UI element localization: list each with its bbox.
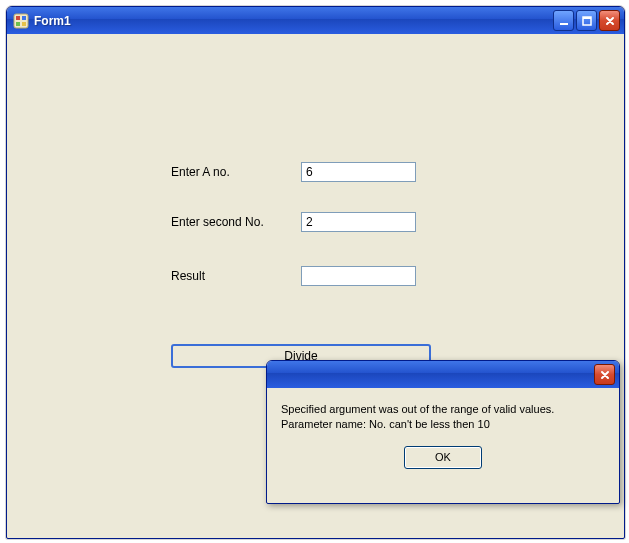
svg-rect-3 xyxy=(16,22,20,26)
form1-titlebar[interactable]: Form1 xyxy=(7,7,624,34)
messagebox-text-line2: Parameter name: No. can't be less then 1… xyxy=(281,417,605,432)
svg-rect-7 xyxy=(583,17,591,19)
ok-button[interactable]: OK xyxy=(404,446,482,469)
close-icon xyxy=(599,369,611,381)
row-b: Enter second No. xyxy=(171,212,416,232)
svg-rect-2 xyxy=(22,16,26,20)
maximize-icon xyxy=(581,15,593,27)
messagebox-text-line1: Specified argument was out of the range … xyxy=(281,403,554,415)
minimize-button[interactable] xyxy=(553,10,574,31)
input-b[interactable] xyxy=(301,212,416,232)
svg-rect-4 xyxy=(22,22,26,26)
form1-title: Form1 xyxy=(34,14,553,28)
minimize-icon xyxy=(558,15,570,27)
close-icon xyxy=(604,15,616,27)
svg-rect-1 xyxy=(16,16,20,20)
messagebox-titlebar[interactable] xyxy=(267,361,619,388)
error-messagebox: Specified argument was out of the range … xyxy=(266,360,620,504)
close-button[interactable] xyxy=(599,10,620,31)
row-result: Result xyxy=(171,266,416,286)
label-a: Enter A no. xyxy=(171,165,301,179)
input-a[interactable] xyxy=(301,162,416,182)
winforms-app-icon xyxy=(13,13,29,29)
label-result: Result xyxy=(171,269,301,283)
messagebox-body: Specified argument was out of the range … xyxy=(267,388,619,440)
label-b: Enter second No. xyxy=(171,215,301,229)
input-result[interactable] xyxy=(301,266,416,286)
window-buttons xyxy=(553,10,620,31)
messagebox-close-button[interactable] xyxy=(594,364,615,385)
row-a: Enter A no. xyxy=(171,162,416,182)
messagebox-button-row: OK xyxy=(267,440,619,477)
maximize-button[interactable] xyxy=(576,10,597,31)
svg-rect-5 xyxy=(560,23,568,25)
